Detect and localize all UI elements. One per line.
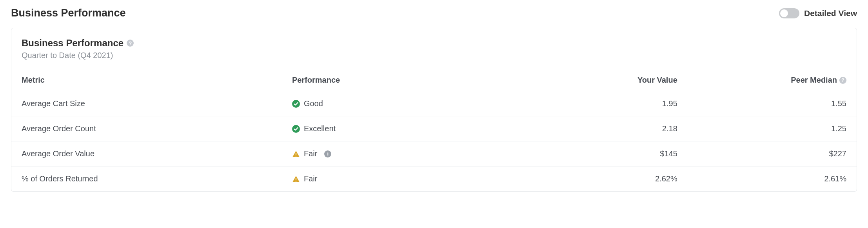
your-value-cell: $145 [519, 141, 688, 166]
col-header-performance: Performance [282, 69, 519, 91]
performance-cell: Fair [282, 166, 519, 192]
metrics-table: Metric Performance Your Value Peer Media… [11, 69, 857, 191]
page-title: Business Performance [11, 7, 126, 19]
performance-cell: Excellent [282, 116, 519, 141]
detailed-view-toggle-label: Detailed View [804, 9, 857, 18]
card-title: Business Performance [22, 38, 123, 49]
svg-rect-0 [296, 153, 296, 155]
peer-median-cell: $227 [688, 141, 857, 166]
help-icon[interactable]: ? [127, 40, 134, 47]
your-value-cell: 2.62% [519, 166, 688, 192]
table-row: Average Order ValueFairi$145$227 [11, 141, 857, 166]
help-icon[interactable]: ? [839, 77, 846, 84]
page-header: Business Performance Detailed View [11, 7, 857, 19]
svg-rect-3 [296, 181, 296, 181]
check-circle-icon [292, 125, 300, 133]
metric-cell: % of Orders Returned [11, 166, 282, 192]
metric-cell: Average Order Count [11, 116, 282, 141]
performance-cell: Fairi [282, 141, 519, 166]
col-header-peer-median: Peer Median ? [688, 69, 857, 91]
performance-label: Good [304, 99, 323, 108]
info-icon[interactable]: i [324, 150, 331, 157]
your-value-cell: 1.95 [519, 91, 688, 116]
card-subtitle: Quarter to Date (Q4 2021) [22, 51, 846, 60]
warning-triangle-icon [292, 175, 300, 183]
table-row: Average Order CountExcellent2.181.25 [11, 116, 857, 141]
performance-label: Fair [304, 149, 317, 158]
detailed-view-toggle-wrap: Detailed View [779, 8, 857, 18]
metric-cell: Average Cart Size [11, 91, 282, 116]
table-row: Average Cart SizeGood1.951.55 [11, 91, 857, 116]
check-circle-icon [292, 100, 300, 108]
table-header-row: Metric Performance Your Value Peer Media… [11, 69, 857, 91]
metric-cell: Average Order Value [11, 141, 282, 166]
svg-rect-1 [296, 156, 296, 156]
svg-rect-2 [296, 178, 296, 180]
peer-median-cell: 1.25 [688, 116, 857, 141]
performance-label: Fair [304, 174, 317, 183]
business-performance-card: Business Performance ? Quarter to Date (… [11, 28, 857, 192]
col-header-metric: Metric [11, 69, 282, 91]
warning-triangle-icon [292, 150, 300, 158]
detailed-view-toggle[interactable] [779, 8, 799, 18]
col-header-peer-median-label: Peer Median [791, 76, 837, 85]
col-header-your-value: Your Value [519, 69, 688, 91]
performance-cell: Good [282, 91, 519, 116]
card-header: Business Performance ? Quarter to Date (… [11, 38, 857, 64]
peer-median-cell: 1.55 [688, 91, 857, 116]
your-value-cell: 2.18 [519, 116, 688, 141]
table-row: % of Orders ReturnedFair2.62%2.61% [11, 166, 857, 192]
peer-median-cell: 2.61% [688, 166, 857, 192]
performance-label: Excellent [304, 124, 336, 133]
